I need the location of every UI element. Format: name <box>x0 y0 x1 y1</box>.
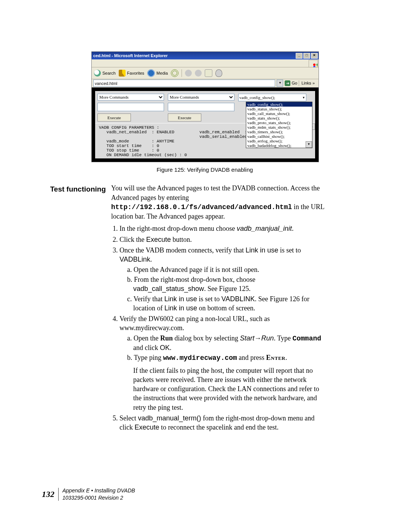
dropdown-item[interactable]: vadb_badaddrlog_show(); <box>246 143 312 148</box>
step3-sub: a. Open the Advanced page if it is not s… <box>119 265 329 313</box>
dropdown-item[interactable]: vadb_proto_stats_show(); <box>246 120 312 125</box>
ie-menubar <box>92 59 319 67</box>
command-select-1[interactable]: More Commands <box>97 94 164 101</box>
messenger-button[interactable] <box>215 69 222 77</box>
step4b: b. Type ping www.mydirecway.com and pres… <box>127 353 329 412</box>
maximize-icon[interactable]: □ <box>303 53 310 59</box>
history-button[interactable] <box>171 69 178 77</box>
step4a: a. Open the Run dialog box by selecting … <box>127 334 329 353</box>
s5-exe: Execute <box>134 423 159 431</box>
dropdown-item[interactable]: vadb_callhist_show(); <box>246 134 312 139</box>
ie-toolbar: Search Favorites Media <box>92 67 319 79</box>
s4a-pre: Open the <box>134 334 160 342</box>
advanced-panel: More Commands Execute More Commands Exec… <box>95 91 315 159</box>
step3c-post2: on bottom of screen. <box>197 304 255 312</box>
ie-title-text: ced.html - Microsoft Internet Explorer <box>93 53 168 59</box>
step3c-pre: Verify that <box>134 295 164 303</box>
step1-text: In the right-most drop-down menu choose <box>119 225 237 232</box>
ie-address-bar: ▼ ➔ Go Links » <box>92 79 319 88</box>
edit-button[interactable] <box>205 69 212 77</box>
step2-post: button. <box>171 236 192 243</box>
search-label: Search <box>102 70 116 76</box>
command-select-3[interactable]: vadb_config_show(); ▼ <box>238 94 306 101</box>
print-button[interactable] <box>195 70 202 77</box>
go-label: Go <box>292 80 297 86</box>
command-input-1[interactable] <box>97 103 164 111</box>
links-button[interactable]: Links » <box>299 80 317 86</box>
dropdown-item[interactable]: vadb_errlog_show(); <box>246 139 312 143</box>
favorites-label: Favorites <box>127 70 144 76</box>
intro-paragraph: You will use the Advanced pages to test … <box>111 184 329 221</box>
s4a-mid2: . Type <box>274 334 293 342</box>
document-page: ced.html - Microsoft Internet Explorer _… <box>0 0 411 532</box>
go-button[interactable]: ➔ Go <box>285 80 297 86</box>
s4a-mid3: and click <box>133 344 160 351</box>
dropdown-item[interactable]: vadb_timers_show(); <box>246 129 312 134</box>
s5-post: to reconnect the spacelink and end the t… <box>159 423 279 431</box>
dropdown-item[interactable]: vadb_mdm_stats_show(); <box>246 125 312 129</box>
s4a-cmd: Command <box>292 335 321 342</box>
dropdown-scroll-down-icon[interactable]: ▼ <box>306 141 312 148</box>
print-icon <box>195 70 202 77</box>
address-dropdown-icon[interactable]: ▼ <box>277 80 283 87</box>
footer-docid: 1033295-0001 Revision 2 <box>62 494 135 502</box>
dropdown-item[interactable]: vadb_call_status_show(); <box>246 111 312 116</box>
s4a-runit: Run <box>261 334 274 342</box>
media-icon <box>147 69 155 77</box>
dropdown-item[interactable]: vadb_config_show(); <box>246 102 312 107</box>
step2-btn: Execute <box>146 236 171 243</box>
section-body: You will use the Advanced pages to test … <box>111 184 329 433</box>
section-heading: Test functioning <box>42 184 106 433</box>
step3a: a. Open the Advanced page if it is not s… <box>127 265 329 274</box>
mail-icon <box>185 70 192 77</box>
intro-text-1: You will use the Advanced pages to test … <box>111 184 320 201</box>
edit-icon <box>205 69 212 77</box>
execute-button-2[interactable]: Execute <box>168 113 201 121</box>
search-button[interactable]: Search <box>94 70 116 77</box>
window-controls: _ □ ✕ <box>296 53 318 59</box>
output-text: VADB CONFIG PARAMETERS : vadb_net_enable… <box>99 125 267 157</box>
s4a-ok: OK <box>160 344 170 351</box>
links-label: Links <box>301 81 311 85</box>
command-dropdown-open[interactable]: vadb_config_show();vadb_status_show();va… <box>246 102 312 148</box>
step1-cmd: vadb_manjual_init <box>237 225 292 232</box>
chevron-right-icon: » <box>312 81 315 85</box>
s4b-host: www.mydirecway.com <box>163 354 237 362</box>
step3b-post: . See Figure 125. <box>204 285 250 292</box>
history-icon <box>171 69 178 77</box>
dropdown-item[interactable]: vadb_status_show(); <box>246 107 312 111</box>
command-col-2: More Commands Execute <box>168 94 234 121</box>
command-select-2[interactable]: More Commands <box>168 94 234 101</box>
step3-mid: is set to <box>278 246 301 254</box>
step3b-pre: From the right-most drop-down box, choos… <box>134 276 255 283</box>
section-test-functioning: Test functioning You will use the Advanc… <box>42 184 329 433</box>
ie-throbber-icon <box>309 60 318 67</box>
command-col-1: More Commands Execute <box>97 94 164 121</box>
step3c-val: VADBLINK <box>221 295 255 303</box>
procedure-list: In the right-most drop-down menu choose … <box>111 224 329 432</box>
intro-url: http://192.168.0.1/fs/advanced/advanced.… <box>111 203 292 211</box>
favorites-button[interactable]: Favorites <box>119 70 144 77</box>
command-select-3-value: vadb_config_show(); <box>239 95 275 100</box>
footer-meta: Appendix E • Installing DVADB 1033295-00… <box>62 487 135 502</box>
ie-window: ced.html - Microsoft Internet Explorer _… <box>91 51 319 162</box>
s4a-mid1: dialog box by selecting <box>173 334 240 342</box>
step3a-text: Open the Advanced page if it is not stil… <box>134 266 259 273</box>
page-footer: 132 Appendix E • Installing DVADB 103329… <box>42 487 135 502</box>
close-icon[interactable]: ✕ <box>311 53 318 59</box>
command-input-2[interactable] <box>168 103 234 111</box>
minimize-icon[interactable]: _ <box>296 53 303 59</box>
step3c: c. Verify that Link in use is set to VAD… <box>127 294 329 313</box>
mail-button[interactable] <box>185 70 192 77</box>
step3-liu: Link in use <box>245 246 278 254</box>
dropdown-item[interactable]: vadb_stats_show(); <box>246 116 312 120</box>
address-input[interactable] <box>93 80 275 87</box>
go-arrow-icon: ➔ <box>285 80 290 86</box>
execute-button-1[interactable]: Execute <box>97 113 131 121</box>
s4a-run: Run <box>160 334 173 342</box>
media-button[interactable]: Media <box>147 69 168 77</box>
person-icon <box>215 69 222 77</box>
s4b-post: . <box>285 354 287 361</box>
step4b-para: If the client fails to ping the host, th… <box>133 366 329 412</box>
media-label: Media <box>156 70 168 76</box>
